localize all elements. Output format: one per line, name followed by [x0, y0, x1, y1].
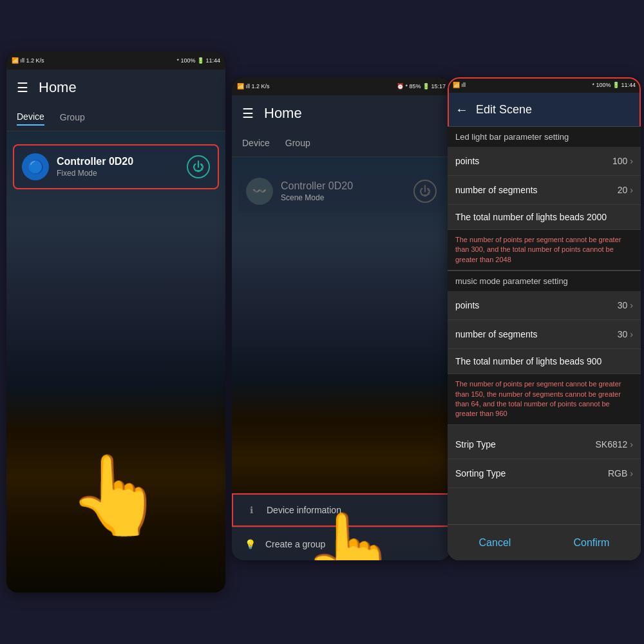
led-segments-value-group: 20 › — [618, 185, 633, 195]
phone2-device-icon: 〰️ — [246, 178, 273, 205]
section-music-header: music mode parameter setting — [448, 270, 641, 291]
device-info: Controller 0D20 Fixed Mode — [57, 156, 179, 178]
music-warning: The number of points per segment cannot … — [448, 374, 641, 425]
sorting-type-label: Sorting Type — [455, 468, 506, 478]
phone2-device-card: 〰️ Controller 0D20 Scene Mode ⏻ — [238, 170, 444, 213]
cancel-button[interactable]: Cancel — [464, 532, 527, 554]
music-segments-row[interactable]: number of segments 30 › — [448, 320, 641, 349]
music-points-value-group: 30 › — [618, 300, 633, 310]
phone2-title: Home — [264, 105, 302, 122]
led-total-row: The total number of lights beads 2000 — [448, 205, 641, 230]
music-segments-value-group: 30 › — [618, 329, 633, 339]
phone3-status-right: * 100% 🔋 11:44 — [592, 82, 636, 88]
phone2-header: ☰ Home — [232, 95, 451, 131]
music-points-label: points — [455, 300, 479, 310]
phone2-status-left: 📶 ıll 1.2 K/s — [237, 83, 270, 90]
phone2-device-info: Controller 0D20 Scene Mode — [281, 180, 406, 202]
strip-type-row[interactable]: Strip Type SK6812 › — [448, 430, 641, 459]
phone2: 📶 ıll 1.2 K/s ⏰ * 85% 🔋 15:17 ☰ Home Dev… — [232, 77, 451, 560]
phone1-status-bar: 📶 ıll 1.2 K/s * 100% 🔋 11:44 — [6, 52, 225, 70]
led-points-value-group: 100 › — [612, 156, 633, 166]
power-button[interactable]: ⏻ — [187, 155, 210, 178]
phone3-status-bar: 📶 ıll * 100% 🔋 11:44 — [448, 77, 641, 93]
phone3-header: ← Edit Scene — [448, 93, 641, 126]
phone2-device-name: Controller 0D20 — [281, 180, 406, 192]
music-segments-chevron: › — [630, 329, 633, 339]
section-led-header: Led light bar parameter setting — [448, 126, 641, 147]
phone1-content: 🔵 Controller 0D20 Fixed Mode ⏻ 👆 — [6, 131, 225, 592]
strip-type-chevron: › — [630, 439, 633, 450]
led-warning: The number of points per segment cannot … — [448, 230, 641, 270]
device-mode: Fixed Mode — [57, 169, 179, 178]
led-segments-value: 20 — [618, 185, 628, 195]
led-points-label: points — [455, 156, 479, 166]
device-name: Controller 0D20 — [57, 156, 179, 167]
phone1-header: ☰ Home — [6, 70, 225, 106]
phone2-power-button[interactable]: ⏻ — [413, 180, 437, 203]
back-button[interactable]: ← — [455, 102, 468, 117]
phone2-menu-icon[interactable]: ☰ — [242, 106, 254, 121]
music-points-value: 30 — [618, 300, 628, 310]
sorting-type-value: RGB — [608, 468, 627, 478]
phone1-tabs: Device Group — [6, 106, 225, 131]
tab-group[interactable]: Group — [60, 112, 85, 125]
phone1-status-left: 📶 ıll 1.2 K/s — [12, 57, 44, 64]
phone1-status-right: * 100% 🔋 11:44 — [176, 57, 220, 64]
tap-hand-1: 👆 — [68, 450, 164, 541]
led-segments-chevron: › — [630, 185, 633, 195]
phone2-tabs: Device Group — [232, 131, 451, 157]
phone1-device-card[interactable]: 🔵 Controller 0D20 Fixed Mode ⏻ — [13, 144, 219, 189]
phone1-title: Home — [39, 79, 77, 96]
phone2-status-right: ⏰ * 85% 🔋 15:17 — [397, 83, 446, 90]
led-segments-label: number of segments — [455, 185, 538, 195]
music-points-row[interactable]: points 30 › — [448, 291, 641, 320]
led-total-text: The total number of lights beads 2000 — [455, 212, 607, 222]
confirm-button[interactable]: Confirm — [558, 532, 625, 554]
phone3-content: Led light bar parameter setting points 1… — [448, 126, 641, 560]
phone3-title: Edit Scene — [476, 103, 633, 117]
phone1-menu-icon[interactable]: ☰ — [17, 80, 28, 95]
tap-hand-2: 👆 — [303, 508, 399, 560]
led-points-row[interactable]: points 100 › — [448, 147, 641, 176]
led-points-chevron: › — [630, 156, 633, 166]
phone3: 📶 ıll * 100% 🔋 11:44 ← Edit Scene Led li… — [448, 77, 641, 560]
music-points-chevron: › — [630, 300, 633, 310]
device-icon: 🔵 — [22, 153, 49, 180]
phone3-status-left: 📶 ıll — [453, 82, 466, 88]
phone2-tab-device[interactable]: Device — [242, 138, 270, 151]
strip-type-value-group: SK6812 › — [596, 439, 634, 450]
phone2-status-bar: 📶 ıll 1.2 K/s ⏰ * 85% 🔋 15:17 — [232, 77, 451, 95]
bulb-icon: 💡 — [242, 536, 258, 552]
phone2-content: 〰️ Controller 0D20 Scene Mode ⏻ ℹ Device… — [232, 157, 451, 560]
strip-type-value: SK6812 — [596, 439, 628, 450]
phone2-tab-group[interactable]: Group — [285, 138, 310, 151]
led-segments-row[interactable]: number of segments 20 › — [448, 176, 641, 205]
sorting-type-chevron: › — [630, 468, 633, 478]
bluetooth-icon: 🔵 — [28, 159, 44, 175]
music-segments-label: number of segments — [455, 329, 538, 339]
music-total-row: The total number of lights beads 900 — [448, 349, 641, 374]
info-icon: ℹ — [243, 502, 259, 518]
phone3-footer: Cancel Confirm — [448, 524, 641, 560]
phone2-device-mode: Scene Mode — [281, 193, 406, 202]
phone2-snake-icon: 〰️ — [252, 184, 267, 198]
phone1: 📶 ıll 1.2 K/s * 100% 🔋 11:44 ☰ Home Devi… — [6, 52, 225, 592]
led-points-value: 100 — [612, 156, 627, 166]
sorting-type-row[interactable]: Sorting Type RGB › — [448, 459, 641, 488]
music-segments-value: 30 — [618, 329, 628, 339]
strip-type-label: Strip Type — [455, 439, 496, 450]
tab-device[interactable]: Device — [17, 111, 44, 126]
sorting-type-value-group: RGB › — [608, 468, 633, 478]
music-total-text: The total number of lights beads 900 — [455, 356, 601, 366]
